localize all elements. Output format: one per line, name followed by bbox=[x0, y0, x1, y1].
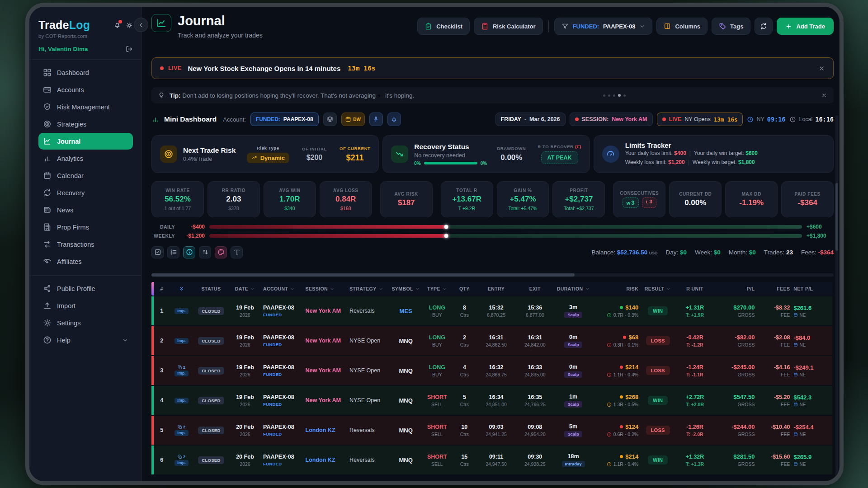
sortud-button[interactable] bbox=[199, 246, 211, 258]
layers-button[interactable] bbox=[323, 113, 337, 126]
risk-calculator-button[interactable]: Risk Calculator bbox=[474, 18, 543, 35]
column-header-date[interactable]: DATE bbox=[229, 286, 261, 291]
info-button[interactable] bbox=[183, 246, 195, 258]
sidebar-item-analytics[interactable]: Analytics bbox=[38, 150, 133, 167]
account-filter-button[interactable]: FUNDED:PAAPEX-08 bbox=[554, 18, 653, 35]
trade-row[interactable]: 2Imp.CLOSED19 Feb2026PAAPEX-08FUNDEDNew … bbox=[151, 326, 832, 355]
limit-progress-marker bbox=[444, 234, 448, 238]
cell: 5 bbox=[154, 427, 170, 433]
refresh-icon bbox=[760, 23, 767, 30]
close-icon[interactable] bbox=[821, 92, 827, 99]
add-trade-button[interactable]: Add Trade bbox=[777, 18, 834, 35]
alerts-button[interactable] bbox=[387, 113, 401, 126]
sidebar-item-prop-firms[interactable]: Prop Firms bbox=[38, 219, 133, 235]
checksq-button[interactable] bbox=[151, 246, 164, 258]
cell: 15Ctrs bbox=[453, 454, 476, 467]
cell: LOSS bbox=[640, 336, 675, 345]
column-header-r-unit[interactable]: R UNIT bbox=[675, 286, 714, 291]
sidebar-item-affiliates[interactable]: Affiliates bbox=[38, 253, 133, 270]
close-icon[interactable] bbox=[818, 65, 825, 72]
tip-pagination-dots[interactable] bbox=[603, 94, 626, 97]
sidebar-item-label: Risk Management bbox=[57, 103, 110, 111]
sidebar-item-settings[interactable]: Settings bbox=[38, 314, 133, 331]
scrollbar-thumb[interactable] bbox=[835, 183, 838, 251]
tags-button[interactable]: Tags bbox=[712, 18, 750, 35]
listcfg-button[interactable] bbox=[167, 246, 179, 258]
trade-row[interactable]: 32Imp.CLOSED19 Feb2026PAAPEX-08FUNDEDNew… bbox=[151, 356, 832, 385]
notifications-bell-icon[interactable] bbox=[113, 21, 121, 29]
sidebar-item-import[interactable]: Import bbox=[38, 297, 133, 314]
tip-dot[interactable] bbox=[613, 94, 615, 97]
risk-dot bbox=[620, 366, 623, 369]
trade-row[interactable]: 62Imp.CLOSED20 Feb2026PAAPEX-08FUNDEDLon… bbox=[151, 446, 832, 474]
cell: $1400.7R · 0.3% bbox=[593, 304, 640, 318]
horizontal-scrollbar[interactable] bbox=[151, 273, 834, 277]
palette-button[interactable] bbox=[215, 246, 227, 258]
cell: 5mScalp bbox=[554, 423, 593, 437]
refresh-button[interactable] bbox=[755, 18, 773, 35]
sidebar-item-calendar[interactable]: Calendar bbox=[38, 167, 133, 184]
column-header-result[interactable]: RESULT bbox=[640, 286, 675, 291]
tip-dot[interactable] bbox=[603, 94, 605, 97]
vertical-scrollbar[interactable] bbox=[835, 115, 838, 477]
sidebar-item-recovery[interactable]: Recovery bbox=[38, 184, 133, 201]
column-header-account[interactable]: ACCOUNT bbox=[261, 286, 304, 291]
sidebar-item-accounts[interactable]: Accounts bbox=[38, 81, 133, 98]
app-logo: TradeLog bbox=[38, 19, 90, 32]
cell: NYSE Open bbox=[348, 338, 390, 344]
sidebar-item-public-profile[interactable]: Public Profile bbox=[38, 280, 133, 297]
sidebar-collapse-button[interactable] bbox=[134, 18, 148, 32]
logout-icon[interactable] bbox=[125, 45, 133, 53]
cell: -$249.1NE bbox=[792, 364, 832, 377]
column-header-session[interactable]: SESSION bbox=[304, 286, 348, 291]
sidebar-item-news[interactable]: News bbox=[38, 202, 133, 218]
trade-row[interactable]: 1Imp.CLOSED19 Feb2026PAAPEX-08FUNDEDNew … bbox=[151, 296, 832, 325]
column-header-risk[interactable]: RISK bbox=[593, 286, 640, 291]
sidebar-item-strategies[interactable]: Strategies bbox=[38, 116, 133, 132]
trade-row[interactable]: 52Imp.CLOSED20 Feb2026PAAPEX-08FUNDEDLon… bbox=[151, 416, 832, 445]
sidebar-item-journal[interactable]: Journal bbox=[38, 133, 133, 150]
account-badge[interactable]: FUNDED:PAAPEX-08 bbox=[250, 113, 319, 126]
cell: 16:3124,862.50 bbox=[476, 334, 516, 347]
tip-dot[interactable] bbox=[623, 94, 626, 97]
sidebar-item-dashboard[interactable]: Dashboard bbox=[38, 64, 133, 81]
shield-icon bbox=[43, 103, 52, 111]
gauge-icon bbox=[606, 150, 615, 159]
column-header-#[interactable]: # bbox=[154, 286, 170, 291]
column-header-fees[interactable]: FEES bbox=[756, 286, 792, 291]
imported-badge: Imp. bbox=[175, 338, 189, 344]
column-header-entry[interactable]: ENTRY bbox=[476, 286, 516, 291]
sidebar-item-help[interactable]: Help bbox=[38, 332, 133, 348]
risk-dot bbox=[623, 336, 626, 339]
columns-button[interactable]: Columns bbox=[656, 18, 708, 35]
cell: 16:3524,796.25 bbox=[516, 394, 554, 407]
daily-weekly-button[interactable]: DW bbox=[341, 113, 365, 126]
risk-type-badge[interactable]: Dynamic bbox=[247, 153, 289, 163]
cell: 5Ctrs bbox=[453, 394, 476, 407]
cell: $2681.3R · 0.5% bbox=[593, 394, 640, 407]
column-header-symbol[interactable]: SYMBOL bbox=[390, 286, 421, 291]
scrollbar-thumb[interactable] bbox=[151, 273, 575, 277]
column-header-exit[interactable]: EXIT bbox=[516, 286, 554, 291]
column-header-p-l[interactable]: P/L bbox=[714, 286, 757, 291]
textsize-button[interactable] bbox=[231, 246, 243, 258]
column-header-status[interactable]: STATUS bbox=[193, 286, 229, 291]
column-header-type[interactable]: TYPE bbox=[422, 286, 453, 291]
sidebar-item-risk-management[interactable]: Risk Management bbox=[38, 99, 133, 115]
upload-icon bbox=[43, 301, 52, 310]
tip-dot[interactable] bbox=[608, 94, 610, 97]
column-header-duration[interactable]: DURATION bbox=[554, 286, 593, 291]
column-header-qty[interactable]: QTY bbox=[453, 286, 476, 291]
target-icon bbox=[164, 149, 174, 159]
copy-icon bbox=[178, 365, 182, 370]
column-header-net-p-l[interactable]: NET P/L bbox=[792, 286, 832, 291]
tip-dot[interactable] bbox=[618, 94, 621, 97]
checklist-button[interactable]: Checklist bbox=[417, 18, 470, 35]
column-header-expand[interactable] bbox=[170, 286, 193, 292]
theme-sun-icon[interactable] bbox=[126, 22, 133, 29]
pin-button[interactable] bbox=[369, 113, 383, 126]
cell: CLOSED bbox=[193, 397, 229, 404]
trade-row[interactable]: 4Imp.CLOSED19 Feb2026PAAPEX-08FUNDEDNew … bbox=[151, 386, 832, 415]
sidebar-item-transactions[interactable]: Transactions bbox=[38, 236, 133, 253]
column-header-strategy[interactable]: STRATEGY bbox=[348, 286, 390, 291]
